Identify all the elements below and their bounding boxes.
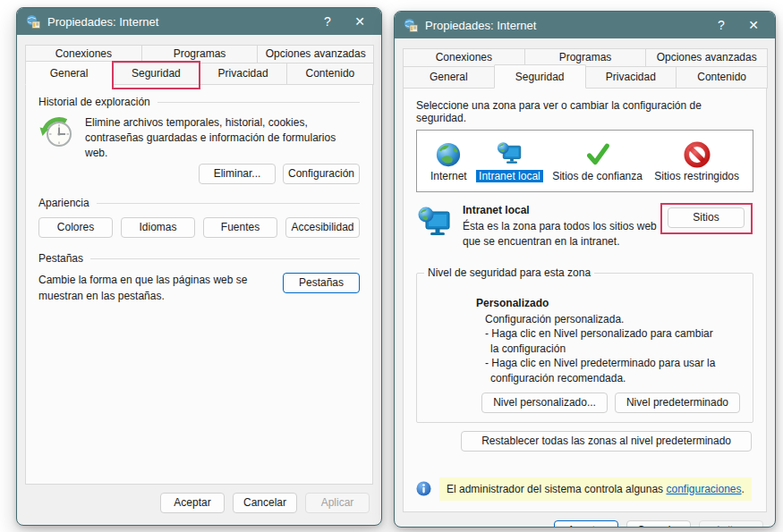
internet-properties-icon <box>404 18 418 32</box>
tab-contenido[interactable]: Contenido <box>676 66 768 89</box>
history-clock-icon <box>38 115 74 151</box>
languages-button[interactable]: Idiomas <box>121 217 195 238</box>
security-level-line: Configuración personalizada. <box>485 312 740 327</box>
tab-privacidad[interactable]: Privacidad <box>200 63 287 85</box>
tabs-description: Cambie la forma en que las páginas web s… <box>38 273 262 304</box>
close-button[interactable]: ✕ <box>737 12 770 38</box>
accessibility-button[interactable]: Accesibilidad <box>285 217 360 238</box>
zone-item-sitios-de-confianza[interactable]: Sitios de confianza <box>549 141 645 182</box>
colors-button[interactable]: Colores <box>38 217 113 238</box>
security-level-line: la configuración <box>490 342 740 357</box>
security-level-group-label: Nivel de seguridad para esta zona <box>424 266 594 279</box>
restricted-sites-icon <box>684 141 711 168</box>
close-button[interactable]: ✕ <box>344 8 376 35</box>
titlebar[interactable]: Propiedades: Internet ? ✕ <box>395 12 775 38</box>
fonts-button[interactable]: Fuentes <box>203 217 277 238</box>
tab-privacidad[interactable]: Privacidad <box>585 66 677 89</box>
internet-properties-icon <box>26 14 40 29</box>
internet-properties-window-security: Propiedades: Internet ? ✕ Conexiones Pro… <box>394 11 776 528</box>
security-level-line: configuración recomendada. <box>490 371 740 386</box>
titlebar[interactable]: Propiedades: Internet ? ✕ <box>17 8 381 35</box>
zone-item-internet[interactable]: Internet <box>428 141 470 182</box>
trusted-sites-check-icon <box>584 141 611 168</box>
intranet-computer-icon <box>416 206 452 241</box>
tabs-group-label: Pestañas <box>38 252 360 265</box>
help-button[interactable]: ? <box>311 8 344 35</box>
browsing-history-group-label: Historial de exploración <box>38 96 360 108</box>
internet-properties-window-general: Propiedades: Internet ? ✕ Conexiones Pro… <box>16 7 382 526</box>
history-settings-button[interactable]: Configuración <box>283 164 360 184</box>
help-button[interactable]: ? <box>705 12 737 38</box>
tab-programas[interactable]: Programas <box>141 45 259 63</box>
tab-strip: Conexiones Programas Opciones avanzadas … <box>17 35 381 85</box>
tabs-button[interactable]: Pestañas <box>283 273 360 293</box>
tab-seguridad[interactable]: Seguridad <box>112 63 200 85</box>
zone-item-sitios-restringidos[interactable]: Sitios restringidos <box>651 141 742 182</box>
window-title: Propiedades: Internet <box>47 15 311 29</box>
zone-select-instruction: Seleccione una zona para ver o cambiar l… <box>416 99 753 124</box>
configuraciones-link[interactable]: configuraciones <box>666 483 741 495</box>
default-level-button[interactable]: Nivel predeterminado <box>615 393 740 413</box>
accept-button[interactable]: Aceptar <box>554 520 618 528</box>
security-tab-page: Seleccione una zona para ver o cambiar l… <box>403 88 767 512</box>
security-level-line: - Haga clic en Nivel personalizado para … <box>485 326 740 342</box>
appearance-group-label: Apariencia <box>38 197 360 209</box>
security-level-line: - Haga clic en Nivel predeterminado para… <box>485 356 740 371</box>
intranet-computer-icon <box>496 141 523 168</box>
tab-contenido[interactable]: Contenido <box>286 63 374 85</box>
sites-button[interactable]: Sitios <box>668 207 745 228</box>
general-tab-page: Historial de exploración Elimine ar <box>25 84 373 485</box>
window-title: Propiedades: Internet <box>425 19 705 32</box>
tab-opciones-avanzadas[interactable]: Opciones avanzadas <box>257 45 374 63</box>
custom-level-button[interactable]: Nivel personalizado... <box>481 393 608 413</box>
tab-strip: Conexiones Programas Opciones avanzadas … <box>395 38 775 89</box>
internet-globe-icon <box>435 141 462 168</box>
admin-notice: El administrador del sistema controla al… <box>439 477 752 501</box>
tab-general[interactable]: General <box>25 61 113 85</box>
tab-seguridad[interactable]: Seguridad <box>494 64 586 89</box>
info-icon <box>416 481 431 496</box>
selected-zone-title: Intranet local <box>463 204 657 216</box>
cancel-button[interactable]: Cancelar <box>233 493 297 513</box>
tab-opciones-avanzadas[interactable]: Opciones avanzadas <box>645 48 768 67</box>
delete-history-button[interactable]: Eliminar... <box>199 164 276 184</box>
apply-button[interactable]: Aplicar <box>305 493 370 513</box>
security-level-groupbox: Nivel de seguridad para esta zona Person… <box>416 273 753 423</box>
cancel-button[interactable]: Cancelar <box>626 520 691 528</box>
apply-button[interactable]: Aplicar <box>699 520 763 528</box>
browsing-history-description: Elimine archivos temporales, historial, … <box>85 115 360 160</box>
accept-button[interactable]: Aceptar <box>160 493 225 513</box>
zone-item-intranet-local[interactable]: Intranet local <box>476 141 543 182</box>
tab-general[interactable]: General <box>403 66 495 89</box>
selected-zone-description: Ésta es la zona para todos los sitios we… <box>463 219 657 249</box>
security-level-name: Personalizado <box>476 297 740 309</box>
zone-listbox: Internet <box>416 130 753 192</box>
reset-all-zones-button[interactable]: Restablecer todas las zonas al nivel pre… <box>461 431 752 452</box>
